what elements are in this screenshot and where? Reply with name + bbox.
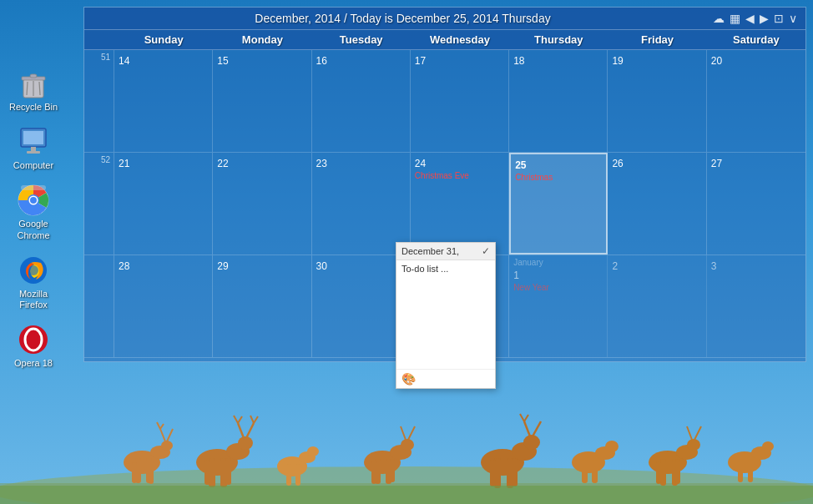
svg-point-19 (238, 436, 253, 450)
svg-line-22 (234, 416, 238, 423)
header-controls: ☁ ▦ ◀ ▶ ⊡ ∨ (713, 12, 797, 25)
new-year-event: New Year (513, 283, 603, 292)
svg-line-47 (524, 421, 530, 436)
cal-day-17[interactable]: 17 (411, 50, 509, 152)
cal-day-26[interactable]: 26 (608, 153, 706, 255)
svg-line-50 (524, 415, 528, 421)
svg-line-48 (533, 421, 541, 436)
day-header-thu: Thursday (509, 30, 608, 49)
firefox-image (17, 254, 50, 287)
week-num-blank (84, 255, 114, 357)
popup-note-header: December 31, ✓ (396, 243, 495, 260)
popup-note: December 31, ✓ To-do list ... 🎨 (396, 242, 496, 389)
svg-rect-35 (390, 459, 395, 482)
svg-rect-79 (31, 147, 36, 151)
svg-line-10 (167, 429, 173, 441)
cal-day-jan-3[interactable]: 3 (707, 255, 805, 357)
opera-label: Opera 18 (14, 358, 53, 369)
calendar-week-1: 51 14 15 16 17 18 19 20 (84, 50, 805, 153)
svg-point-37 (401, 439, 414, 451)
popup-content: To-do list ... (401, 264, 448, 274)
svg-line-38 (401, 426, 406, 440)
chrome-label: Google Chrome (4, 219, 63, 240)
svg-rect-27 (286, 464, 291, 486)
svg-rect-5 (132, 462, 137, 483)
svg-rect-34 (371, 461, 376, 484)
calendar-days-header: Sunday Monday Tuesday Wednesday Thursday… (84, 30, 805, 50)
cal-day-15[interactable]: 15 (213, 50, 311, 152)
palette-icon[interactable]: 🎨 (401, 372, 416, 386)
svg-rect-57 (660, 459, 666, 486)
christmas-eve-event: Christmas Eve (415, 171, 504, 180)
christmas-event: Christmas (515, 173, 602, 182)
day-header-fri: Friday (608, 30, 706, 49)
calendar-title: December, 2014 / Today is December 25, 2… (93, 12, 713, 25)
mozilla-firefox-icon[interactable]: Mozilla Firefox (4, 254, 63, 310)
cal-day-19[interactable]: 19 (608, 50, 706, 152)
svg-line-11 (157, 422, 160, 429)
svg-line-21 (246, 423, 254, 438)
svg-line-24 (250, 416, 254, 423)
cal-day-16[interactable]: 16 (312, 50, 411, 152)
back-button[interactable]: ◀ (745, 12, 755, 25)
cal-day-22[interactable]: 22 (213, 153, 311, 255)
svg-rect-67 (748, 459, 753, 482)
calendar-header: December, 2014 / Today is December 25, 2… (84, 8, 805, 30)
svg-line-9 (160, 429, 165, 441)
svg-rect-80 (27, 151, 40, 154)
cal-day-jan-1[interactable]: January 1 New Year (509, 255, 608, 357)
firefox-label: Mozilla Firefox (4, 289, 63, 310)
svg-rect-43 (490, 460, 496, 486)
cal-day-14[interactable]: 14 (114, 50, 213, 152)
svg-line-12 (160, 424, 164, 429)
svg-rect-78 (23, 131, 43, 144)
computer-icon[interactable]: Computer (4, 125, 63, 171)
calendar-button[interactable]: ▦ (730, 12, 740, 25)
svg-rect-53 (592, 460, 598, 483)
svg-point-8 (161, 441, 173, 451)
svg-line-64 (694, 426, 701, 440)
chrome-image (17, 184, 50, 217)
recycle-bin-label: Recycle Bin (9, 102, 58, 113)
monitor-button[interactable]: ⊡ (774, 12, 784, 25)
week-num-header-blank (84, 30, 114, 49)
svg-rect-52 (582, 460, 588, 483)
popup-note-body[interactable]: To-do list ... (396, 260, 495, 369)
day-header-wed: Wednesday (411, 30, 509, 49)
cal-day-29[interactable]: 29 (213, 255, 311, 357)
forward-button[interactable]: ▶ (760, 12, 769, 25)
svg-rect-28 (295, 464, 300, 486)
dropdown-button[interactable]: ∨ (789, 12, 797, 25)
svg-rect-70 (0, 486, 813, 504)
cal-day-jan-2[interactable]: 2 (608, 255, 706, 357)
computer-label: Computer (13, 160, 53, 171)
week-num-51: 51 (84, 50, 114, 152)
svg-point-46 (523, 435, 540, 450)
cal-day-25-today[interactable]: 25 Christmas (509, 153, 608, 255)
cal-day-21[interactable]: 21 (114, 153, 213, 255)
cal-day-28[interactable]: 28 (114, 255, 213, 357)
svg-line-63 (687, 426, 692, 440)
svg-point-62 (687, 439, 700, 451)
cal-day-23[interactable]: 23 (312, 153, 411, 255)
svg-rect-6 (149, 461, 154, 484)
svg-point-84 (30, 197, 37, 204)
svg-rect-66 (738, 459, 743, 482)
popup-check-button[interactable]: ✓ (482, 245, 490, 257)
calendar-week-2: 52 21 22 23 24 Christmas Eve 25 Christma… (84, 153, 805, 255)
cal-day-20[interactable]: 20 (707, 50, 805, 152)
day-header-sun: Sunday (114, 30, 213, 49)
cal-day-27[interactable]: 27 (707, 153, 805, 255)
computer-image (17, 125, 50, 159)
svg-line-20 (238, 423, 244, 438)
cal-day-24[interactable]: 24 Christmas Eve (411, 153, 509, 255)
svg-point-30 (307, 446, 319, 456)
opera-icon[interactable]: Opera 18 (4, 323, 63, 369)
cal-day-18[interactable]: 18 (509, 50, 608, 152)
google-chrome-icon[interactable]: Google Chrome (4, 184, 63, 240)
svg-line-23 (238, 416, 242, 423)
svg-rect-76 (30, 74, 37, 78)
week-num-52: 52 (84, 153, 114, 255)
recycle-bin-icon[interactable]: Recycle Bin (4, 67, 63, 113)
cloud-button[interactable]: ☁ (713, 12, 725, 25)
